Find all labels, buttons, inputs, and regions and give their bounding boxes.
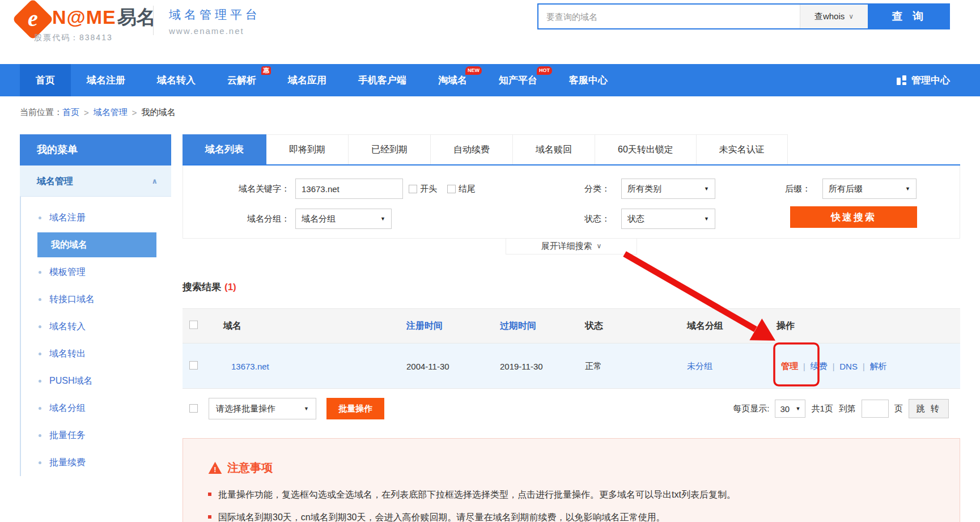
nav-item-domain-apps[interactable]: 域名应用 (272, 64, 342, 96)
resolve-link[interactable]: 解析 (870, 360, 887, 371)
caret-down-icon: ▼ (380, 216, 385, 222)
main-nav: 首页 域名注册 域名转入 云解析惠 域名应用 手机客户端 淘域名NEW 知产平台… (0, 64, 980, 96)
goto-page-input[interactable] (862, 400, 889, 418)
batch-bar: 请选择批量操作▼ 批量操作 每页显示: 30▼ 共1页 到第 页 跳 转 (183, 398, 960, 419)
notice-item: 批量操作功能，复选框勾选或全选域名，在列表底部下拉框选择选择类型，点击进行批量操… (208, 488, 943, 501)
sidebar-item-api-domains[interactable]: 转接口域名 (21, 286, 171, 313)
breadcrumb-current: 我的域名 (142, 107, 176, 118)
row-checkbox[interactable] (189, 361, 198, 371)
row-domain-link[interactable]: 13673.net (231, 361, 269, 371)
sidebar-item-domain-groups[interactable]: 域名分组 (21, 394, 171, 422)
checkbox-icon (447, 185, 456, 193)
ends-with-checkbox[interactable]: 结尾 (447, 184, 476, 194)
caret-down-icon: ▼ (304, 406, 309, 411)
status-select[interactable]: 状态▼ (621, 209, 715, 229)
nav-item-register[interactable]: 域名注册 (71, 64, 141, 96)
bullet-icon (39, 271, 41, 274)
renew-link[interactable]: 续费 (811, 360, 828, 371)
sidebar-item-transfer-in[interactable]: 域名转入 (21, 313, 171, 340)
nav-item-transfer-in[interactable]: 域名转入 (141, 64, 211, 96)
tab-redemption[interactable]: 域名赎回 (513, 134, 595, 164)
sidebar-item-template-manage[interactable]: 模板管理 (21, 258, 171, 286)
row-status: 正常 (585, 360, 602, 371)
per-page-select[interactable]: 30▼ (775, 400, 805, 418)
batch-operation-button[interactable]: 批量操作 (326, 398, 384, 419)
batch-operation-select[interactable]: 请选择批量操作▼ (209, 398, 316, 419)
nav-item-manage-center[interactable]: 管理中心 (897, 64, 950, 96)
breadcrumb-domain-manage[interactable]: 域名管理 (94, 107, 128, 118)
col-expires-sort[interactable]: 过期时间 (500, 320, 536, 332)
dns-link[interactable]: DNS (839, 361, 858, 371)
domain-search-input[interactable] (538, 5, 800, 28)
manage-link[interactable]: 管理 (781, 360, 798, 371)
row-group-link[interactable]: 未分组 (687, 360, 712, 371)
group-select[interactable]: 域名分组▼ (295, 209, 392, 229)
sidebar-item-my-domains[interactable]: 我的域名 (37, 232, 156, 257)
sidebar-item-batch-tasks[interactable]: 批量任务 (21, 422, 171, 449)
tab-expiring-soon[interactable]: 即将到期 (266, 134, 349, 164)
total-pages: 共1页 (811, 404, 833, 414)
bullet-icon (39, 380, 41, 383)
nav-item-home[interactable]: 首页 (20, 64, 71, 96)
bullet-icon (39, 298, 41, 301)
sidebar-item-domain-register[interactable]: 域名注册 (21, 204, 171, 231)
suffix-select[interactable]: 所有后缀▼ (822, 179, 917, 199)
keyword-options: 开头 结尾 (409, 179, 476, 199)
expand-detailed-search[interactable]: 展开详细搜索 ∨ (506, 238, 637, 254)
brand-name-cn: 易名 (117, 6, 156, 28)
brand-name: N@ME (52, 6, 116, 28)
sidebar-item-batch-renew[interactable]: 批量续费 (21, 449, 171, 476)
whois-dropdown[interactable]: 查whois ∨ (800, 5, 868, 28)
query-button[interactable]: 查 询 (869, 3, 950, 29)
tab-not-verified[interactable]: 未实名认证 (697, 134, 788, 164)
chevron-down-icon: ∨ (597, 242, 602, 250)
logo[interactable]: N@ME易名 (52, 5, 156, 31)
nav-item-cloud-dns[interactable]: 云解析惠 (211, 64, 272, 96)
select-all-checkbox[interactable] (189, 321, 198, 332)
chevron-up-icon: ∧ (151, 165, 158, 197)
tab-auto-renew[interactable]: 自动续费 (431, 134, 513, 164)
tab-expired[interactable]: 已经到期 (349, 134, 431, 164)
sidebar-menu: 域名注册 我的域名 模板管理 转接口域名 域名转入 域名转出 PUSH域名 域名… (20, 197, 171, 476)
nav-item-support[interactable]: 客服中心 (553, 64, 623, 96)
sidebar-title: 我的菜单 (20, 134, 171, 165)
sidebar-item-push-domains[interactable]: PUSH域名 (21, 367, 171, 394)
jump-button[interactable]: 跳 转 (909, 399, 949, 418)
suffix-label: 后缀： (697, 179, 811, 199)
table-header: 域名 注册时间 过期时间 状态 域名分组 操作 (183, 308, 960, 343)
col-status: 状态 (585, 320, 603, 332)
bullet-icon (39, 217, 41, 219)
bullet-icon (39, 353, 41, 355)
platform-site: www.ename.net (169, 26, 244, 36)
expand-search-wrap: 展开详细搜索 ∨ (183, 239, 960, 254)
promo-badge: 惠 (261, 66, 271, 75)
tab-60day-lock[interactable]: 60天转出锁定 (595, 134, 697, 164)
bullet-icon (39, 461, 41, 464)
nav-item-mobile-client[interactable]: 手机客户端 (342, 64, 422, 96)
sidebar-group-domain-manage[interactable]: 域名管理 ∧ (20, 165, 171, 197)
keyword-input[interactable] (295, 179, 403, 199)
tab-domain-list[interactable]: 域名列表 (183, 134, 266, 164)
sidebar-item-transfer-out[interactable]: 域名转出 (21, 340, 171, 367)
caret-down-icon: ▼ (704, 216, 709, 222)
col-registered-sort[interactable]: 注册时间 (406, 320, 443, 332)
logo-mark: e (18, 5, 48, 34)
quick-search-button[interactable]: 快速搜索 (790, 206, 917, 228)
notice-list: 批量操作功能，复选框勾选或全选域名，在列表底部下拉框选择选择类型，点击进行批量操… (208, 488, 943, 522)
notice-title: ! 注意事项 (208, 460, 943, 476)
svg-text:!: ! (214, 465, 216, 474)
starts-with-checkbox[interactable]: 开头 (409, 184, 437, 194)
nav-item-tao-domain[interactable]: 淘域名NEW (422, 64, 483, 96)
dashboard-grid-icon (897, 75, 906, 85)
new-badge: NEW (465, 66, 482, 75)
domain-search: 查whois ∨ 查 询 (537, 3, 950, 29)
notice-box: ! 注意事项 批量操作功能，复选框勾选或全选域名，在列表底部下拉框选择选择类型，… (183, 438, 960, 522)
breadcrumb-home[interactable]: 首页 (62, 107, 79, 118)
batch-select-all-checkbox[interactable] (189, 404, 198, 413)
warning-icon: ! (208, 461, 222, 474)
group-label: 域名分组： (183, 209, 290, 229)
hot-badge: HOT (537, 66, 552, 75)
header-divider (153, 6, 154, 35)
nav-item-ip-platform[interactable]: 知产平台HOT (483, 64, 553, 96)
row-registered: 2004-11-30 (406, 361, 449, 371)
